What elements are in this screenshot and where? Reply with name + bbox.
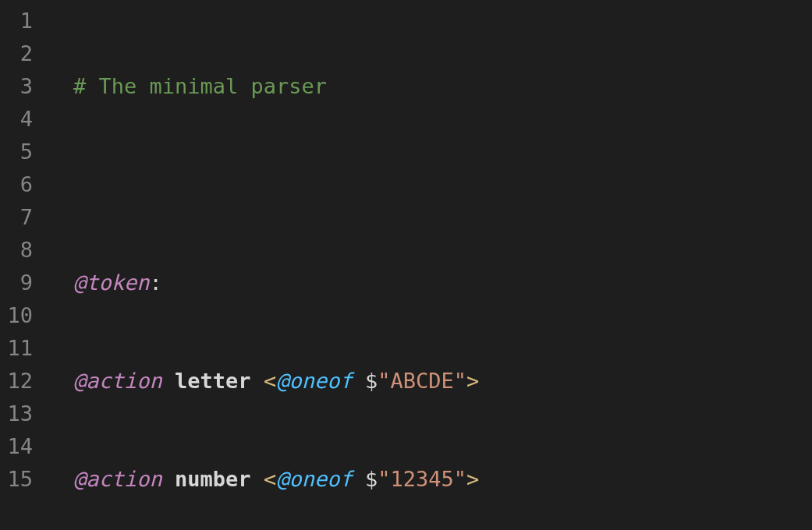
dollar-token: $ xyxy=(365,467,378,491)
line-number: 10 xyxy=(0,299,55,332)
angle-close: > xyxy=(466,369,479,393)
line-number: 13 xyxy=(0,398,55,430)
comment-token: # The minimal parser xyxy=(73,74,327,98)
at-keyword: @oneof xyxy=(276,467,353,491)
line-number: 4 xyxy=(0,103,55,136)
angle-close: > xyxy=(466,467,479,491)
string-token: "ABCDE" xyxy=(378,369,466,393)
line-number: 7 xyxy=(0,201,55,234)
string-token: "12345" xyxy=(378,467,466,491)
line-number: 9 xyxy=(0,267,55,299)
line-number: 8 xyxy=(0,234,55,267)
at-keyword: @oneof xyxy=(276,369,353,393)
line-number: 1 xyxy=(0,5,55,37)
line-number: 2 xyxy=(0,37,55,70)
code-editor[interactable]: 1 2 3 4 5 6 7 8 9 10 11 12 13 14 15 # Th… xyxy=(0,0,812,530)
at-keyword: @action xyxy=(73,467,162,491)
code-line[interactable] xyxy=(55,168,812,201)
code-line[interactable]: @action letter <@oneof $"ABCDE"> xyxy=(55,365,812,398)
dollar-token: $ xyxy=(365,369,378,393)
line-number: 3 xyxy=(0,70,55,103)
at-keyword: @action xyxy=(73,369,162,393)
identifier-token: number xyxy=(175,467,251,491)
code-line[interactable]: @action number <@oneof $"12345"> xyxy=(55,463,812,496)
colon-token: : xyxy=(150,270,162,295)
angle-open: < xyxy=(264,467,276,491)
line-number-gutter: 1 2 3 4 5 6 7 8 9 10 11 12 13 14 15 xyxy=(0,5,55,530)
code-line[interactable]: @token: xyxy=(55,267,812,299)
line-number: 14 xyxy=(0,430,55,463)
line-number: 6 xyxy=(0,168,55,201)
code-line[interactable]: # The minimal parser xyxy=(55,70,812,103)
angle-open: < xyxy=(264,369,276,393)
at-keyword: @token xyxy=(73,270,150,295)
identifier-token: letter xyxy=(175,369,251,393)
line-number: 12 xyxy=(0,365,55,398)
code-area[interactable]: # The minimal parser @token: @action let… xyxy=(55,5,812,530)
line-number: 15 xyxy=(0,463,55,496)
line-number: 5 xyxy=(0,136,55,168)
line-number: 11 xyxy=(0,332,55,365)
